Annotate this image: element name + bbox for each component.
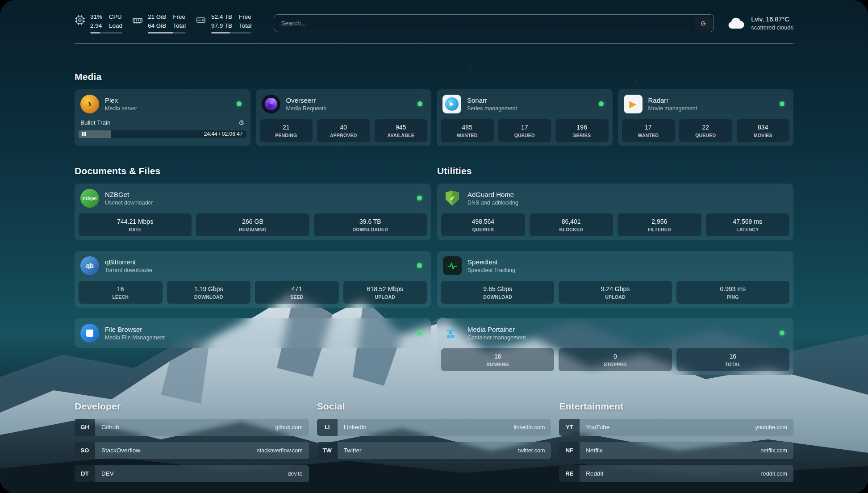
bookmark-twitter[interactable]: TW Twitter twitter.com bbox=[317, 442, 551, 459]
stat-value: 1.19 Gbps bbox=[169, 285, 249, 292]
topbar: 31% 2.94 CPU Load bbox=[75, 13, 793, 33]
now-playing-row: Bullet Train ⚙ bbox=[79, 119, 246, 127]
service-overseerr-link[interactable]: Overseerr Media Requests bbox=[260, 93, 428, 115]
bookmark-abbr: TW bbox=[317, 442, 338, 459]
stat-value: 86,401 bbox=[531, 218, 612, 225]
service-qbittorrent-link[interactable]: qb qBittorrent Torrent downloader bbox=[79, 255, 427, 276]
bookmark-netflix[interactable]: NF Netflix netflix.com bbox=[559, 442, 793, 459]
status-dot bbox=[417, 330, 422, 335]
stat-label: LEECH bbox=[80, 294, 161, 300]
stats-row: 16LEECH 1.19 GbpsDOWNLOAD 471SEED 618.52… bbox=[79, 281, 427, 304]
stat-value: 618.52 Mbps bbox=[345, 285, 426, 292]
stat-value: 471 bbox=[257, 285, 337, 292]
stat-queued: 17QUEUED bbox=[498, 119, 551, 142]
status-dot bbox=[417, 263, 422, 268]
service-radarr-link[interactable]: ▶ Radarr Movie management bbox=[622, 93, 790, 115]
stat-label: FILTERED bbox=[619, 227, 700, 232]
stats-row: 9.65 GbpsDOWNLOAD 9.24 GbpsUPLOAD 0.993 … bbox=[441, 281, 789, 304]
stat-value: 16 bbox=[443, 353, 552, 360]
memory-free-value: 21 GiB bbox=[148, 13, 166, 21]
cpu-widget: 31% 2.94 CPU Load bbox=[75, 13, 122, 33]
qbittorrent-icon: qb bbox=[80, 256, 99, 275]
bookmarks-area: Developer GH Github github.com SO StackO… bbox=[75, 401, 793, 489]
service-card-qbittorrent: qb qBittorrent Torrent downloader 16LEEC… bbox=[75, 251, 431, 308]
stat-label: UPLOAD bbox=[345, 294, 426, 300]
bookmark-github[interactable]: GH Github github.com bbox=[75, 419, 309, 436]
stat-filtered: 2,956FILTERED bbox=[618, 213, 701, 236]
service-card-overseerr: Overseerr Media Requests 21PENDING 40APP… bbox=[256, 89, 432, 146]
radarr-play-glyph: ▶ bbox=[629, 99, 636, 109]
stats-row: 498,564QUERIES 86,401BLOCKED 2,956FILTER… bbox=[441, 213, 789, 236]
service-name: Radarr bbox=[648, 96, 697, 104]
nzbget-icon: nzbget bbox=[80, 189, 99, 208]
service-plex-link[interactable]: › Plex Media server bbox=[79, 93, 246, 115]
stat-label: TOTAL bbox=[678, 362, 788, 367]
service-nzbget-link[interactable]: nzbget NZBGet Usenet downloader bbox=[79, 188, 427, 209]
service-portainer-link[interactable]: Media Portainer Container management bbox=[441, 322, 789, 344]
disk-total-label: Total bbox=[239, 22, 252, 30]
gear-icon[interactable]: ⚙ bbox=[238, 119, 244, 127]
stat-label: SERIES bbox=[557, 133, 607, 138]
stat-queries: 498,564QUERIES bbox=[441, 213, 525, 236]
service-sonarr-link[interactable]: ▶ Sonarr Series management bbox=[441, 93, 609, 115]
bookmark-dev[interactable]: DT DEV dev.to bbox=[75, 465, 309, 482]
memory-total-value: 64 GiB bbox=[148, 22, 166, 30]
two-column-area: Documents & Files nzbget NZBGet Usenet d… bbox=[75, 166, 793, 375]
service-adguard-link[interactable]: ✓ AdGuard Home DNS and adblocking bbox=[441, 188, 789, 209]
stat-wanted: 17WANTED bbox=[622, 119, 675, 142]
bookmark-name: YouTube bbox=[580, 424, 609, 430]
stat-value: 17 bbox=[624, 124, 673, 131]
memory-progress-fill bbox=[148, 32, 173, 33]
developer-section-title: Developer bbox=[75, 401, 309, 412]
bookmark-name: Github bbox=[95, 424, 119, 430]
service-name: Sonarr bbox=[467, 96, 517, 104]
stat-queued: 22QUEUED bbox=[679, 119, 732, 142]
playback-progress-bar[interactable]: 24:44 / 02:06:47 bbox=[79, 130, 246, 138]
stat-value: 0.993 ms bbox=[678, 285, 788, 292]
bookmark-linkedin[interactable]: LI LinkedIn linkedin.com bbox=[317, 419, 551, 436]
stat-series: 196SERIES bbox=[555, 119, 609, 142]
playback-time: 24:44 / 02:06:47 bbox=[204, 131, 246, 137]
section-documents: Documents & Files nzbget NZBGet Usenet d… bbox=[75, 166, 431, 375]
bookmark-abbr: NF bbox=[559, 442, 580, 459]
bookmark-domain: dev.to bbox=[288, 471, 309, 477]
pause-icon[interactable] bbox=[82, 132, 86, 136]
nzbget-label-glyph: nzbget bbox=[83, 196, 97, 201]
service-name: Plex bbox=[105, 96, 137, 104]
service-desc: Usenet downloader bbox=[105, 200, 153, 206]
stat-label: QUERIES bbox=[443, 227, 523, 232]
stat-value: 16 bbox=[678, 353, 788, 360]
cpu-load-value: 2.94 bbox=[90, 22, 102, 30]
bookmark-domain: github.com bbox=[275, 424, 309, 430]
service-filebrowser-link[interactable]: File Browser Media File Management bbox=[79, 322, 427, 344]
service-name: Speedtest bbox=[467, 258, 515, 266]
bookmark-group-social: Social LI LinkedIn linkedin.com TW Twitt… bbox=[317, 401, 551, 489]
bookmark-name: StackOverflow bbox=[95, 447, 140, 454]
speedtest-pulse-icon bbox=[443, 256, 462, 275]
adguard-check-glyph: ✓ bbox=[450, 195, 455, 202]
bookmark-abbr: RE bbox=[559, 465, 580, 482]
service-card-sonarr: ▶ Sonarr Series management 485WANTED 17Q… bbox=[437, 89, 613, 146]
stat-label: PING bbox=[678, 294, 788, 300]
bookmark-reddit[interactable]: RE Reddit reddit.com bbox=[559, 465, 793, 482]
search-provider-button[interactable]: G bbox=[695, 17, 712, 30]
service-speedtest-link[interactable]: Speedtest Speedtest Tracking bbox=[441, 255, 789, 276]
sonarr-play-glyph: ▶ bbox=[445, 97, 459, 111]
radarr-icon: ▶ bbox=[624, 95, 643, 113]
bookmark-youtube[interactable]: YT YouTube youtube.com bbox=[559, 419, 793, 436]
stat-label: WANTED bbox=[624, 133, 673, 138]
bookmark-stackoverflow[interactable]: SO StackOverflow stackoverflow.com bbox=[75, 442, 309, 459]
search-input[interactable] bbox=[276, 20, 695, 27]
status-dot bbox=[780, 330, 785, 335]
stat-remaining: 266 GBREMAINING bbox=[196, 213, 309, 236]
service-desc: Container management bbox=[467, 334, 526, 341]
status-dot bbox=[780, 101, 785, 106]
stat-value: 21 bbox=[262, 124, 311, 131]
status-dot bbox=[417, 101, 422, 106]
bookmark-domain: linkedin.com bbox=[514, 424, 551, 430]
cpu-usage-label: CPU bbox=[109, 13, 122, 21]
shield-shape: ✓ bbox=[446, 191, 459, 206]
overseerr-swirl bbox=[265, 98, 277, 110]
stat-label: REMAINING bbox=[198, 227, 307, 232]
stat-rate: 744.21 MbpsRATE bbox=[79, 213, 192, 236]
